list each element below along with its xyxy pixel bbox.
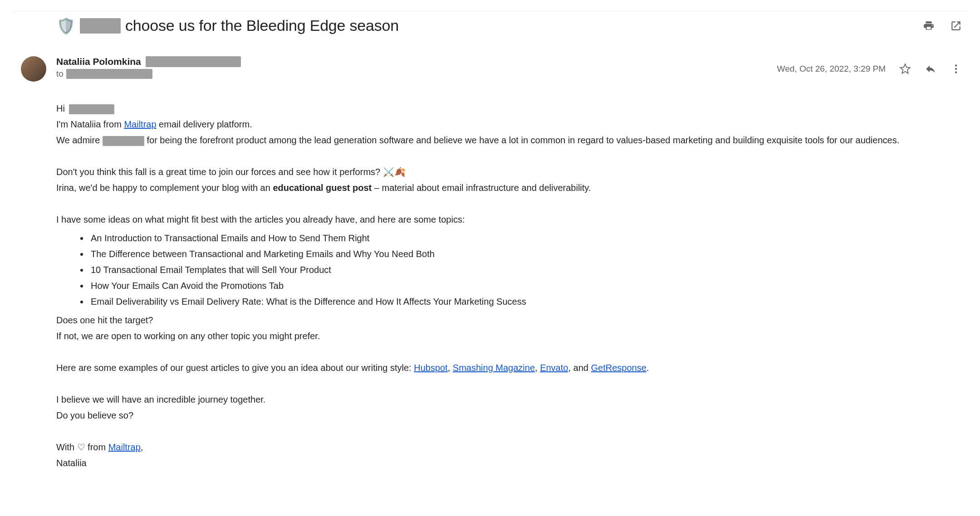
and: , and — [568, 363, 591, 373]
sig-prefix: With — [56, 442, 77, 452]
topic-list: An Introduction to Transactional Emails … — [89, 230, 948, 310]
irina-prefix: Irina, we'd be happy to complement your … — [56, 183, 273, 193]
timestamp: Wed, Oct 26, 2022, 3:29 PM — [777, 64, 886, 74]
getresponse-link[interactable]: GetResponse — [591, 363, 646, 373]
list-item: The Difference between Transactional and… — [89, 246, 948, 262]
swords-leaf-icon: ⚔️🍂 — [383, 167, 406, 177]
examples-prefix: Here are some examples of our guest arti… — [56, 363, 414, 373]
svg-point-2 — [955, 71, 957, 73]
signature-name: Nataliia — [56, 455, 948, 471]
list-item: Email Deliverability vs Email Delivery R… — [89, 294, 948, 310]
hit-target: Does one hit the target? — [56, 312, 948, 328]
redacted-sender-email — [146, 56, 241, 67]
journey: I believe we will have an incredible jou… — [56, 392, 948, 408]
hubspot-link[interactable]: Hubspot — [414, 363, 448, 373]
envato-link[interactable]: Envato — [540, 363, 568, 373]
list-item: 10 Transactional Email Templates that wi… — [89, 262, 948, 278]
email-subject: choose us for the Bleeding Edge season — [125, 17, 399, 34]
sig-end: , — [141, 442, 143, 452]
reply-icon[interactable] — [925, 63, 936, 75]
mailtrap-link[interactable]: Mailtrap — [124, 119, 156, 129]
heart-icon: ♡ — [77, 442, 85, 452]
redacted-recipient-name — [69, 104, 114, 114]
admire-suffix: for being the forefront product among th… — [147, 135, 899, 145]
redacted-recipient — [66, 69, 152, 79]
comma: , — [535, 363, 540, 373]
shield-icon: 🛡️ — [56, 18, 75, 34]
more-icon[interactable] — [950, 63, 962, 75]
believe: Do you believe so? — [56, 408, 948, 424]
star-icon[interactable] — [899, 63, 911, 75]
guest-post-bold: educational guest post — [273, 183, 372, 193]
admire-prefix: We admire — [56, 135, 103, 145]
to-label: to — [56, 69, 64, 79]
period: . — [647, 363, 649, 373]
greeting: Hi — [56, 103, 65, 113]
ideas-intro: I have some ideas on what might fit best… — [56, 212, 948, 228]
avatar[interactable] — [21, 56, 46, 82]
smashing-link[interactable]: Smashing Magazine — [453, 363, 535, 373]
email-header: Nataliia Polomkina to Wed, Oct 26, 2022,… — [14, 56, 966, 82]
svg-point-1 — [955, 68, 957, 70]
redacted-subject-prefix — [80, 18, 121, 34]
list-item: An Introduction to Transactional Emails … — [89, 230, 948, 246]
divider — [14, 11, 966, 11]
open-in-new-icon[interactable] — [950, 20, 962, 32]
svg-point-0 — [955, 64, 957, 66]
subject-row: 🛡️ choose us for the Bleeding Edge seaso… — [14, 17, 966, 34]
mailtrap-sig-link[interactable]: Mailtrap — [108, 442, 141, 452]
comma: , — [448, 363, 453, 373]
intro-suffix: email delivery platform. — [157, 119, 252, 129]
print-icon[interactable] — [923, 20, 935, 32]
intro-prefix: I'm Nataliia from — [56, 119, 124, 129]
list-item: How Your Emails Can Avoid the Promotions… — [89, 278, 948, 294]
if-not: If not, we are open to working on any ot… — [56, 328, 948, 344]
forces-line: Don't you think this fall is a great tim… — [56, 167, 383, 177]
email-body: Hi I'm Nataliia from Mailtrap email deli… — [14, 101, 966, 471]
irina-suffix: – material about email infrastructure an… — [372, 183, 591, 193]
sig-mid: from — [85, 442, 108, 452]
redacted-company — [103, 136, 144, 146]
sender-name: Nataliia Polomkina — [56, 56, 141, 67]
